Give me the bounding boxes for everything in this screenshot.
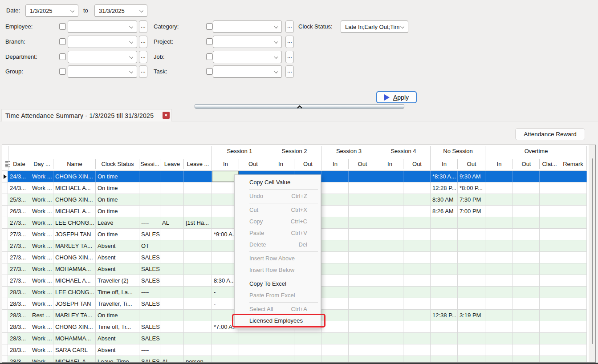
- cell-r3-c16[interactable]: 7:00 PM: [458, 206, 485, 217]
- cell-r11-c2[interactable]: JOSEPH TAN: [53, 298, 96, 310]
- cell-r0-c4[interactable]: [139, 171, 160, 182]
- row-indicator[interactable]: [2, 344, 8, 356]
- job-browse-button[interactable]: ...: [285, 51, 294, 63]
- cell-r14-c1[interactable]: Work ...: [30, 333, 53, 344]
- cell-r4-c5[interactable]: AL: [160, 217, 184, 229]
- cell-r2-c2[interactable]: CHONG XIN...: [53, 194, 96, 206]
- cell-r1-c14[interactable]: [403, 182, 431, 194]
- cell-r12-c14[interactable]: [403, 310, 431, 321]
- cell-r11-c16[interactable]: [458, 298, 485, 310]
- cell-r14-c19[interactable]: [540, 333, 559, 344]
- cell-r7-c1[interactable]: Work ...: [30, 252, 53, 263]
- cell-r16-c10[interactable]: [294, 356, 321, 363]
- cell-r12-c3[interactable]: On time: [96, 310, 139, 321]
- column-header-out-14[interactable]: Out: [403, 158, 431, 170]
- cell-r15-c8[interactable]: [239, 344, 267, 356]
- cell-r2-c19[interactable]: [540, 194, 559, 206]
- cell-r8-c2[interactable]: MOHAMMA...: [53, 263, 96, 275]
- grid-row-16[interactable]: 28/3...Work ...MICHAEL A...Leave, Time .…: [2, 356, 587, 363]
- cell-r15-c20[interactable]: [559, 344, 587, 356]
- cell-r3-c20[interactable]: [559, 206, 587, 217]
- cell-r14-c2[interactable]: MOHAMMA...: [53, 333, 96, 344]
- cell-r3-c12[interactable]: [349, 206, 376, 217]
- cell-r6-c18[interactable]: [513, 240, 540, 252]
- cell-r13-c1[interactable]: Work ...: [30, 321, 53, 333]
- cell-r10-c17[interactable]: [485, 287, 513, 298]
- cell-r4-c17[interactable]: [485, 217, 513, 229]
- row-indicator[interactable]: [2, 356, 8, 363]
- cell-r0-c17[interactable]: [485, 171, 513, 182]
- cell-r15-c13[interactable]: [376, 344, 403, 356]
- cell-r9-c6[interactable]: [184, 275, 212, 287]
- cell-r9-c12[interactable]: [349, 275, 376, 287]
- cell-r0-c3[interactable]: On time: [96, 171, 139, 182]
- cell-r10-c13[interactable]: [376, 287, 403, 298]
- cell-r16-c3[interactable]: Leave, Time ...: [96, 356, 139, 363]
- cell-r3-c4[interactable]: [139, 206, 160, 217]
- cell-r11-c12[interactable]: [349, 298, 376, 310]
- cell-r16-c8[interactable]: [239, 356, 267, 363]
- category-checkbox[interactable]: [206, 23, 213, 30]
- cell-r13-c0[interactable]: 28/3...: [8, 321, 30, 333]
- cell-r2-c5[interactable]: [160, 194, 184, 206]
- cell-r9-c17[interactable]: [485, 275, 513, 287]
- cell-r12-c19[interactable]: [540, 310, 559, 321]
- cell-r3-c14[interactable]: [403, 206, 431, 217]
- cell-r5-c14[interactable]: [403, 229, 431, 240]
- cell-r14-c15[interactable]: [431, 333, 458, 344]
- cell-r14-c14[interactable]: [403, 333, 431, 344]
- cell-r15-c11[interactable]: [321, 344, 349, 356]
- cell-r15-c9[interactable]: [267, 344, 294, 356]
- row-indicator-current[interactable]: [2, 171, 8, 182]
- cell-r12-c17[interactable]: [485, 310, 513, 321]
- cell-r14-c12[interactable]: [349, 333, 376, 344]
- cell-r3-c18[interactable]: [513, 206, 540, 217]
- cell-r1-c1[interactable]: Work ...: [30, 182, 53, 194]
- cell-r12-c15[interactable]: 12:38 P...: [431, 310, 458, 321]
- employee-checkbox[interactable]: [59, 23, 66, 30]
- column-header-clai-19[interactable]: Clai...: [540, 158, 559, 170]
- cell-r15-c6[interactable]: [184, 344, 212, 356]
- cell-r12-c5[interactable]: [160, 310, 184, 321]
- cell-r7-c13[interactable]: [376, 252, 403, 263]
- cell-r4-c3[interactable]: Leave: [96, 217, 139, 229]
- cell-r5-c4[interactable]: SALES: [139, 229, 160, 240]
- cell-r10-c0[interactable]: 28/3...: [8, 287, 30, 298]
- cell-r11-c0[interactable]: 28/3...: [8, 298, 30, 310]
- cell-r8-c13[interactable]: [376, 263, 403, 275]
- cell-r3-c19[interactable]: [540, 206, 559, 217]
- project-checkbox[interactable]: [206, 38, 213, 45]
- cell-r0-c1[interactable]: Work ...: [30, 171, 53, 182]
- cell-r16-c13[interactable]: [376, 356, 403, 363]
- cell-r12-c6[interactable]: [184, 310, 212, 321]
- cell-r2-c15[interactable]: 8:30 AM: [431, 194, 458, 206]
- cell-r0-c19[interactable]: [540, 171, 559, 182]
- cell-r7-c17[interactable]: [485, 252, 513, 263]
- task-combobox[interactable]: [213, 65, 282, 78]
- cell-r16-c12[interactable]: [349, 356, 376, 363]
- cell-r8-c0[interactable]: 27/3...: [8, 263, 30, 275]
- cell-r2-c17[interactable]: [485, 194, 513, 206]
- cell-r0-c18[interactable]: [513, 171, 540, 182]
- cell-r10-c3[interactable]: Time off, La...: [96, 287, 139, 298]
- cell-r12-c11[interactable]: [321, 310, 349, 321]
- cell-r1-c5[interactable]: [160, 182, 184, 194]
- project-browse-button[interactable]: ...: [285, 36, 294, 48]
- column-header-in-9[interactable]: In: [267, 158, 294, 170]
- collapse-splitter[interactable]: [195, 104, 404, 109]
- row-indicator[interactable]: [2, 194, 8, 206]
- column-header-out-10[interactable]: Out: [294, 158, 321, 170]
- cell-r2-c3[interactable]: On time: [96, 194, 139, 206]
- clock-status-combobox[interactable]: Late In;Early Out;Tim: [341, 20, 408, 33]
- cell-r10-c5[interactable]: [160, 287, 184, 298]
- cell-r5-c2[interactable]: JOSEPH TAN: [53, 229, 96, 240]
- cell-r0-c14[interactable]: [403, 171, 431, 182]
- vertical-scrollbar[interactable]: [589, 145, 595, 362]
- cell-r16-c5[interactable]: AL: [160, 356, 184, 363]
- row-indicator[interactable]: [2, 217, 8, 229]
- cell-r4-c4[interactable]: ----: [139, 217, 160, 229]
- cell-r16-c2[interactable]: MICHAEL A...: [53, 356, 96, 363]
- cell-r1-c3[interactable]: On time: [96, 182, 139, 194]
- cell-r16-c1[interactable]: Work ...: [30, 356, 53, 363]
- cell-r16-c18[interactable]: [513, 356, 540, 363]
